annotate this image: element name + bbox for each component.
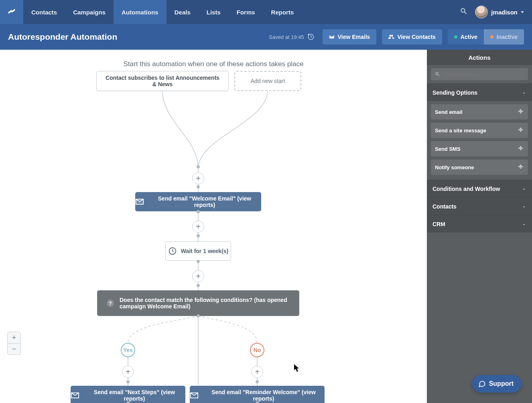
user-menu[interactable]: jmadison — [475, 6, 524, 18]
drag-icon — [518, 127, 524, 134]
add-step-button[interactable]: + — [251, 366, 263, 378]
send-email-yes-node[interactable]: Send email "Next Steps" (view reports) — [71, 386, 185, 403]
drag-icon — [518, 109, 524, 115]
status-toggle[interactable]: Active Inactive — [448, 29, 524, 45]
saved-indicator: Saved at 19:45 — [269, 33, 314, 41]
add-step-button[interactable]: + — [192, 221, 204, 233]
connector-dot — [197, 284, 200, 287]
chevron-down-icon — [521, 11, 524, 13]
drag-icon — [518, 146, 524, 152]
wait-node[interactable]: Wait for 1 week(s) — [165, 241, 231, 261]
connector-dot — [256, 401, 259, 403]
zoom-control: + − — [7, 332, 21, 355]
avatar — [475, 6, 488, 18]
actions-panel: Actions Sending OptionsSend emailSend a … — [427, 50, 532, 403]
nav-campaigns[interactable]: Campaigns — [65, 0, 114, 24]
mail-icon — [190, 391, 199, 400]
search-actions-input[interactable] — [431, 68, 528, 80]
brand-logo[interactable] — [0, 0, 23, 24]
actions-panel-title: Actions — [427, 50, 532, 65]
search-icon[interactable] — [460, 7, 468, 17]
send-email-node[interactable]: Send email "Welcome Email" (view reports… — [135, 192, 261, 211]
support-button[interactable]: Support — [472, 375, 522, 393]
connector-dot — [126, 401, 130, 403]
action-send-email[interactable]: Send email — [431, 104, 528, 119]
connector-dot — [126, 380, 130, 383]
view-emails-button[interactable]: View Emails — [323, 29, 377, 45]
action-notify-someone[interactable]: Notify someone — [431, 160, 528, 175]
page-title: Autoresponder Automation — [8, 32, 117, 42]
no-branch[interactable]: No — [250, 343, 264, 357]
accordion-crm[interactable]: CRM — [427, 215, 532, 233]
action-send-sms[interactable]: Send SMS — [431, 141, 528, 156]
accordion-sending-options[interactable]: Sending Options — [427, 83, 532, 101]
add-start-node[interactable]: Add new start — [234, 71, 301, 91]
nav-forms[interactable]: Forms — [229, 0, 263, 24]
connector-dot — [256, 380, 259, 383]
accordion-conditions-and-workflow[interactable]: Conditions and Workflow — [427, 180, 532, 197]
automation-canvas[interactable]: Start this automation when one of these … — [0, 50, 427, 403]
connector-dot — [197, 210, 200, 213]
connector-dot — [197, 234, 200, 237]
zoom-out-button[interactable]: − — [8, 343, 20, 354]
add-step-button[interactable]: + — [192, 172, 204, 184]
nav-reports[interactable]: Reports — [263, 0, 302, 24]
connector-dot — [197, 260, 200, 263]
mail-icon — [71, 391, 79, 400]
question-icon: ? — [106, 299, 115, 308]
nav-automations[interactable]: Automations — [114, 0, 167, 24]
nav-lists[interactable]: Lists — [199, 0, 229, 24]
status-active[interactable]: Active — [448, 29, 484, 45]
nav-contacts[interactable]: Contacts — [23, 0, 65, 24]
connector-dot — [197, 314, 200, 318]
view-contacts-button[interactable]: View Contacts — [382, 29, 442, 45]
add-step-button[interactable]: + — [122, 366, 134, 378]
nav-deals[interactable]: Deals — [167, 0, 199, 24]
search-icon — [435, 71, 440, 77]
zoom-in-button[interactable]: + — [8, 332, 20, 343]
mouse-cursor-icon — [294, 364, 300, 372]
trigger-node[interactable]: Contact subscribes to list Announcements… — [96, 71, 229, 91]
mail-icon — [135, 197, 144, 206]
condition-node[interactable]: ? Does the contact match the following c… — [97, 290, 299, 316]
accordion-contacts[interactable]: Contacts — [427, 197, 532, 215]
connector-dot — [197, 165, 200, 168]
connector-dot — [197, 185, 200, 188]
drag-icon — [518, 164, 524, 170]
send-email-no-node[interactable]: Send email "Reminder Welcome" (view repo… — [190, 386, 325, 403]
action-send-a-site-message[interactable]: Send a site message — [431, 123, 528, 138]
username: jmadison — [491, 9, 518, 16]
svg-text:?: ? — [109, 300, 112, 306]
add-step-button[interactable]: + — [192, 270, 204, 282]
clock-icon — [168, 247, 177, 255]
status-inactive[interactable]: Inactive — [484, 29, 524, 45]
yes-branch[interactable]: Yes — [121, 343, 135, 357]
